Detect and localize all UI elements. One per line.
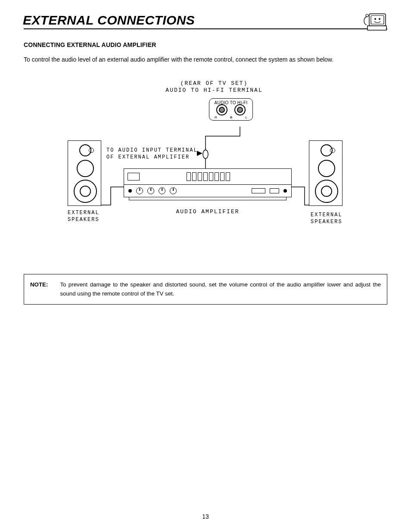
page-number: 13 — [0, 513, 411, 520]
header-rule — [24, 28, 387, 29]
jack-label-l: L — [246, 115, 247, 119]
amplifier-label: AUDIO AMPLIFIER — [145, 208, 270, 215]
speaker-left-icon — [68, 140, 101, 206]
svg-point-6 — [203, 150, 208, 159]
svg-point-2 — [374, 18, 376, 20]
section-subtitle: CONNECTING EXTERNAL AUDIO AMPLIFIER — [24, 41, 387, 48]
note-label: NOTE: — [30, 280, 48, 298]
note-text: To prevent damage to the speaker and dis… — [60, 280, 381, 298]
page-title: EXTERNAL CONNECTIONS — [23, 13, 195, 28]
jack-screw-icon: ⊗ — [230, 115, 233, 119]
jack-l-icon — [234, 104, 246, 115]
mid-label-line-2: OF EXTERNAL AMPLIFIER — [106, 154, 198, 161]
svg-point-3 — [379, 18, 380, 20]
hifi-terminal-label: AUDIO TO HI-FI — [209, 100, 252, 105]
hifi-jacks — [209, 104, 252, 115]
speaker-right-label: EXTERNAL SPEAKERS — [311, 212, 342, 225]
hifi-terminal-box: AUDIO TO HI-FI R ⊗ L — [209, 98, 253, 121]
diagram-mid-label: TO AUDIO INPUT TERMINAL OF EXTERNAL AMPL… — [106, 147, 198, 161]
jack-r-icon — [216, 104, 227, 115]
jack-label-r: R — [215, 115, 217, 119]
intro-text: To control the audio level of an externa… — [24, 56, 387, 63]
diagram-caption-rear: (REAR OF TV SET) — [158, 80, 270, 87]
mascot-icon — [361, 12, 387, 32]
amplifier-icon — [124, 168, 292, 200]
mid-label-line-1: TO AUDIO INPUT TERMINAL — [106, 147, 198, 154]
jack-labels: R ⊗ L — [209, 115, 252, 119]
svg-rect-4 — [367, 26, 386, 30]
page: EXTERNAL CONNECTIONS CONNECTING EXTERNAL… — [0, 0, 411, 532]
connection-diagram: (REAR OF TV SET) AUDIO TO HI-FI TERMINAL… — [55, 80, 356, 244]
speaker-right-icon — [309, 140, 342, 206]
diagram-caption-terminal: AUDIO TO HI-FI TERMINAL — [158, 87, 270, 93]
svg-point-5 — [366, 14, 368, 17]
header-row: EXTERNAL CONNECTIONS — [24, 13, 387, 28]
speaker-left-label: EXTERNAL SPEAKERS — [68, 209, 100, 223]
note-box: NOTE: To prevent damage to the speaker a… — [24, 274, 387, 305]
